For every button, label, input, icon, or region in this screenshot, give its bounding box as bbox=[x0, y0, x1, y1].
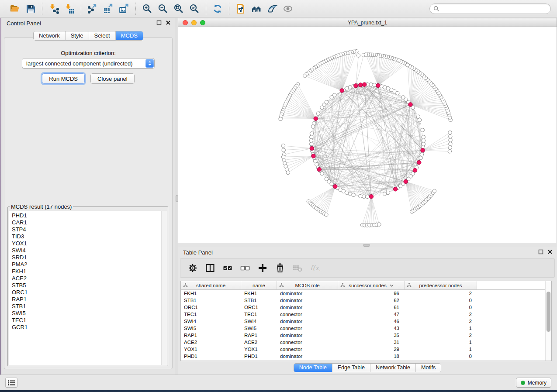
table-cell[interactable]: ORC1 bbox=[181, 304, 241, 311]
table-cell[interactable]: 46 bbox=[338, 318, 405, 325]
mcds-hub-node[interactable] bbox=[333, 185, 337, 189]
ring-node[interactable] bbox=[320, 172, 324, 175]
zoom-fit-button[interactable] bbox=[173, 3, 185, 15]
splitter-grip[interactable] bbox=[363, 244, 370, 247]
leaf-node[interactable] bbox=[325, 213, 328, 216]
leaf-node[interactable] bbox=[356, 54, 360, 57]
close-panel-icon[interactable] bbox=[547, 249, 553, 254]
ring-node[interactable] bbox=[310, 132, 313, 135]
home-neighbors-button[interactable] bbox=[250, 3, 263, 15]
table-cell[interactable]: dominator bbox=[277, 297, 338, 304]
table-row[interactable]: FKH1FKH1dominator962 bbox=[181, 290, 551, 297]
zoom-out-button[interactable] bbox=[157, 3, 169, 15]
mcds-hub-node[interactable] bbox=[394, 187, 398, 191]
mcds-result-item[interactable]: SWI4 bbox=[12, 247, 167, 254]
mcds-hub-node[interactable] bbox=[404, 179, 408, 183]
table-cell[interactable]: STB1 bbox=[241, 297, 277, 304]
table-cell[interactable]: 1 bbox=[405, 346, 477, 353]
table-cell[interactable]: YOX1 bbox=[241, 346, 277, 353]
table-cell[interactable]: connector bbox=[277, 339, 338, 346]
mcds-result-item[interactable]: CAR1 bbox=[12, 219, 167, 226]
leaf-node[interactable] bbox=[432, 189, 436, 193]
ring-node[interactable] bbox=[352, 193, 355, 196]
horizontal-splitter[interactable] bbox=[178, 243, 557, 247]
network-graph[interactable] bbox=[178, 27, 557, 242]
table-row[interactable]: TEC1TEC1connector472 bbox=[181, 311, 551, 318]
table-cell[interactable]: TEC1 bbox=[241, 311, 277, 318]
table-cell[interactable]: 18 bbox=[338, 353, 405, 360]
column-header-shared-name[interactable]: shared name bbox=[181, 281, 241, 289]
table-cell[interactable]: PHD1 bbox=[181, 353, 241, 360]
mcds-list-scrollbar[interactable] bbox=[161, 211, 167, 365]
table-scrollbar[interactable] bbox=[545, 281, 551, 361]
search-box[interactable] bbox=[429, 3, 551, 14]
table-row[interactable]: STB1STB1dominator620 bbox=[181, 297, 551, 304]
network-file-button[interactable] bbox=[235, 3, 247, 15]
mcds-result-item[interactable]: YOX1 bbox=[12, 240, 167, 247]
vizmap-button[interactable] bbox=[266, 3, 278, 15]
table-cell[interactable]: dominator bbox=[277, 353, 338, 360]
leaf-node[interactable] bbox=[286, 171, 290, 174]
tab-node-table[interactable]: Node Table bbox=[294, 364, 332, 372]
ring-node[interactable] bbox=[422, 135, 425, 139]
table-cell[interactable]: TEC1 bbox=[181, 311, 241, 318]
mcds-result-item[interactable]: STB5 bbox=[12, 282, 167, 289]
import-table-button[interactable] bbox=[63, 3, 76, 15]
table-row[interactable]: PHD1PHD1dominator180 bbox=[181, 353, 551, 360]
search-input[interactable] bbox=[439, 4, 550, 13]
tab-select[interactable]: Select bbox=[89, 31, 116, 40]
table-cell[interactable]: SWI4 bbox=[241, 318, 277, 325]
ring-node[interactable] bbox=[416, 115, 420, 118]
table-cell[interactable]: 0 bbox=[405, 353, 477, 360]
ring-node[interactable] bbox=[419, 156, 422, 160]
ring-node[interactable] bbox=[386, 191, 390, 194]
mcds-result-item[interactable]: RAP1 bbox=[12, 296, 167, 303]
mcds-result-item[interactable]: SRD1 bbox=[12, 254, 167, 261]
import-network-button[interactable] bbox=[48, 3, 60, 15]
ring-node[interactable] bbox=[311, 125, 315, 128]
open-folder-button[interactable] bbox=[9, 3, 21, 15]
table-cell[interactable]: 29 bbox=[338, 346, 405, 353]
column-header-name[interactable]: name bbox=[241, 281, 277, 289]
table-cell[interactable]: 1 bbox=[405, 325, 477, 332]
ring-node[interactable] bbox=[309, 139, 313, 142]
mcds-result-item[interactable]: STP4 bbox=[12, 226, 167, 233]
table-cell[interactable]: YOX1 bbox=[181, 346, 241, 353]
leaf-node[interactable] bbox=[448, 146, 452, 149]
table-cell[interactable]: dominator bbox=[277, 318, 338, 325]
mcds-hub-node[interactable] bbox=[408, 103, 412, 107]
leaf-node[interactable] bbox=[448, 131, 452, 134]
table-row[interactable]: RAP1RAP1dominator352 bbox=[181, 332, 551, 339]
table-cell[interactable]: 43 bbox=[338, 325, 405, 332]
save-button[interactable] bbox=[24, 3, 37, 15]
table-cell[interactable]: 62 bbox=[338, 297, 405, 304]
leaf-node[interactable] bbox=[406, 63, 409, 67]
tab-style[interactable]: Style bbox=[66, 31, 89, 40]
ring-node[interactable] bbox=[383, 86, 387, 89]
table-cell[interactable]: 2 bbox=[405, 332, 477, 339]
table-row[interactable]: SWI5SWI5connector431 bbox=[181, 325, 551, 332]
table-cell[interactable]: 2 bbox=[405, 290, 477, 297]
select-all-button[interactable] bbox=[221, 262, 234, 274]
table-cell[interactable]: 96 bbox=[338, 290, 405, 297]
table-cell[interactable]: FKH1 bbox=[241, 290, 277, 297]
table-cell[interactable]: connector bbox=[277, 346, 338, 353]
mcds-hub-node[interactable] bbox=[314, 117, 318, 120]
leaf-node[interactable] bbox=[449, 134, 452, 138]
float-panel-icon[interactable] bbox=[156, 20, 162, 25]
table-row[interactable]: ACE2ACE2connector311 bbox=[181, 339, 551, 346]
mcds-hub-node[interactable] bbox=[317, 167, 321, 171]
table-cell[interactable]: RAP1 bbox=[181, 332, 241, 339]
network-canvas[interactable] bbox=[178, 27, 557, 243]
tab-edge-table[interactable]: Edge Table bbox=[332, 364, 370, 372]
ring-node[interactable] bbox=[316, 112, 320, 115]
hide-details-button[interactable] bbox=[282, 3, 294, 15]
refresh-button[interactable] bbox=[211, 3, 224, 15]
ring-node[interactable] bbox=[310, 142, 313, 146]
table-cell[interactable]: 0 bbox=[405, 297, 477, 304]
table-cell[interactable]: SWI4 bbox=[181, 318, 241, 325]
scrollbar-thumb[interactable] bbox=[547, 292, 550, 332]
column-header-successor-nodes[interactable]: successor nodes bbox=[338, 281, 405, 289]
mcds-result-item[interactable]: STB1 bbox=[12, 303, 167, 310]
mcds-hub-node[interactable] bbox=[421, 148, 425, 152]
